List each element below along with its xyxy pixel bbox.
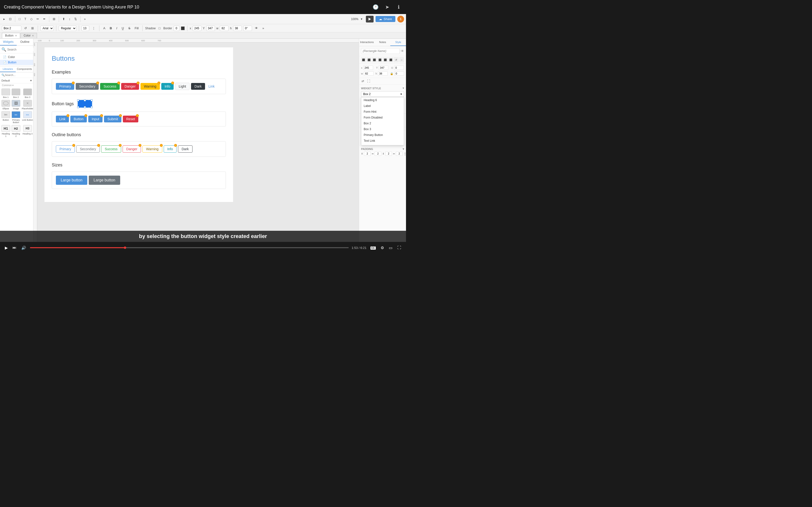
btn-outline-secondary[interactable]: Secondary [76,146,100,153]
w-coord-input[interactable] [364,71,374,76]
shape-tool[interactable]: ◇ [29,16,34,22]
visibility-toggle-icon[interactable]: 👁 [401,49,404,53]
rotation-field[interactable] [243,25,252,31]
btn-large[interactable]: Large button [56,176,87,185]
handle-br[interactable] [91,106,92,108]
visibility-btn[interactable]: 👁 [253,25,259,31]
font-weight-select[interactable]: Regular [59,25,76,31]
border-value[interactable] [174,25,179,31]
lib-item-ellipse[interactable]: Ellipse [1,100,10,110]
lib-item-link-btn[interactable]: link Link Button [22,111,33,124]
settings-vc-button[interactable]: ⚙ [380,244,385,251]
rp-tab-style[interactable]: Style [390,39,406,46]
progress-bar[interactable] [30,247,349,248]
widgets-tab[interactable]: Widgets [0,39,17,46]
fullscreen-button[interactable]: ⛶ [396,244,402,251]
handle-bl[interactable] [77,106,79,108]
tree-item-button[interactable]: 📄 Button [0,60,33,65]
style-heading6[interactable]: Heading 6 [361,97,404,103]
btn-warning[interactable]: Warning [140,83,160,90]
swap-icon[interactable]: ⇄ [361,79,365,83]
btn-dark[interactable]: Dark [191,83,205,90]
style-box2[interactable]: Box 2 [361,120,404,126]
rect-tool[interactable]: □ [17,16,22,22]
y-field[interactable] [206,25,215,31]
btn-success[interactable]: Success [100,83,120,90]
text-tool[interactable]: T [23,16,28,22]
lib-default-arrow[interactable]: ▾ [30,79,32,82]
tab-button[interactable]: Button ✕ [2,33,20,38]
padding-options-icon[interactable]: ▾ [402,147,404,151]
style-color-primary[interactable]: Color-Primary [361,144,404,146]
underline-btn[interactable]: U̲ [120,25,125,31]
style-form-hint[interactable]: Form Hint [361,109,404,115]
btn-outline-warning[interactable]: Warning [142,146,162,153]
handle-tm[interactable] [84,99,86,101]
padding-right-input[interactable] [375,152,381,156]
italic-btn[interactable]: I [115,25,119,31]
lib-item-box1[interactable]: Box 1 [1,89,10,99]
subtitles-button[interactable]: CC [370,244,377,251]
btn-link[interactable]: Link [206,83,217,90]
align-mid[interactable]: ↕ [67,16,72,22]
history-back[interactable]: ↺ [23,25,28,31]
lib-item-h1[interactable]: H1 Heading 1 [1,125,10,137]
resize-icon[interactable]: ⛶ [367,79,371,83]
handle-tl[interactable] [77,99,79,101]
style-text-link[interactable]: Text Link [361,138,404,144]
style-box3[interactable]: Box 3 [361,126,404,132]
fit-tool[interactable]: ⊞ [51,16,57,22]
box-name-field[interactable] [2,25,21,31]
tab-color[interactable]: Color ✕ [20,33,37,38]
style-dropdown[interactable]: Box 2 ▾ [361,91,404,97]
handle-bm[interactable] [84,106,86,108]
lib-item-image[interactable]: 🖼 Image [12,100,20,110]
lib-search-input[interactable] [5,73,33,76]
x-field[interactable] [193,25,201,31]
components-tab[interactable]: Components [16,66,33,72]
w-field[interactable] [220,25,229,31]
btn-large-secondary[interactable]: Large button [89,176,120,185]
btn-light[interactable]: Light [175,83,190,90]
pen-tool[interactable]: ✏ [35,16,41,22]
info-icon[interactable]: ℹ [395,4,402,10]
rp-tab-notes[interactable]: Notes [375,39,390,46]
distribute[interactable]: ⇅ [73,16,78,22]
padding-left-input[interactable] [396,152,402,156]
crop-tool[interactable]: ⊡ [7,16,13,22]
theater-button[interactable]: ▭ [388,244,393,251]
align-top[interactable]: ⬆ [61,16,66,22]
play-pause-button[interactable]: ▶ [4,244,9,251]
btn-outline-success[interactable]: Success [101,146,121,153]
y-coord-input[interactable] [379,65,388,70]
lib-item-box2[interactable]: Box 2 [12,89,20,99]
clock-icon[interactable]: 🕐 [372,4,379,10]
lib-item-h3[interactable]: H3 Heading 3 [22,125,33,137]
libraries-tab[interactable]: Libraries [0,66,16,72]
align-right-btn[interactable]: ⬛ [372,57,377,62]
btn-button-tag[interactable]: Button [70,116,87,122]
lock-icon[interactable]: 🔒 [390,72,393,75]
border-color-swatch[interactable] [181,26,185,30]
strikethrough-btn[interactable]: S̶ [127,25,132,31]
font-size-field[interactable] [81,25,89,31]
handle-tr[interactable] [91,99,92,101]
ws-options-icon[interactable]: ▾ [402,87,404,90]
lib-item-button[interactable]: btn Button [1,111,10,124]
btn-outline-danger[interactable]: Danger [123,146,141,153]
more-props[interactable]: » [261,25,265,31]
h-coord-input[interactable] [378,71,388,76]
x-coord-input[interactable] [364,65,373,70]
style-form-disabled[interactable]: Form Disabled [361,115,404,120]
select-tool[interactable]: ▸ [2,16,6,22]
marker-tool[interactable]: ✒ [42,16,47,22]
align-middle-btn[interactable]: ⬛ [383,57,388,62]
btn-danger[interactable]: Danger [121,83,139,90]
btn-outline-primary[interactable]: Primary [56,146,75,153]
share-button[interactable]: ☁ Share [376,16,395,22]
align-center-btn[interactable]: ⬛ [367,57,372,62]
share-icon[interactable]: ➤ [384,4,390,10]
btn-outline-dark[interactable]: Dark [178,146,192,153]
font-family-select[interactable]: Arial [41,25,54,31]
zoom-dropdown[interactable]: ▾ [359,16,364,22]
